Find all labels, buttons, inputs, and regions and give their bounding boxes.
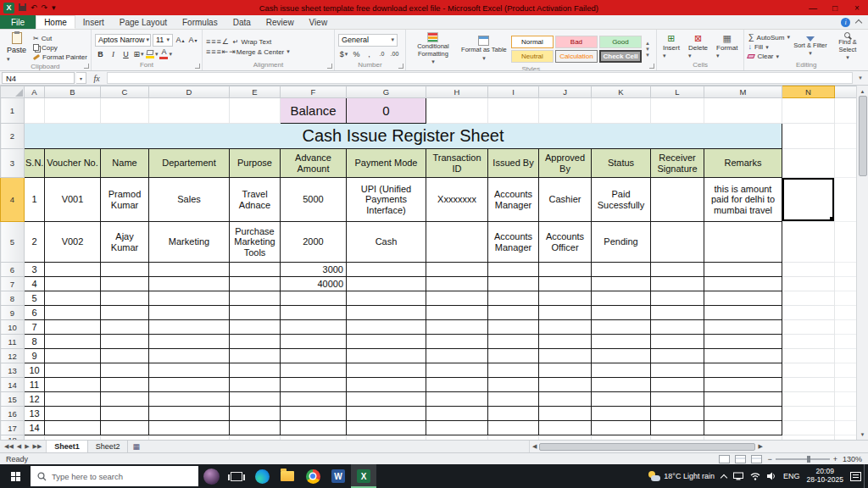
cell-K8[interactable] xyxy=(592,291,651,306)
insert-worksheet-icon[interactable]: ▦ xyxy=(128,441,144,452)
bold-button[interactable]: B xyxy=(95,48,106,60)
cell-I10[interactable] xyxy=(488,320,539,335)
cell-C17[interactable] xyxy=(101,421,149,435)
percent-style-button[interactable]: % xyxy=(351,48,362,60)
cell-E16[interactable] xyxy=(230,407,281,421)
cell-G9[interactable] xyxy=(347,306,426,320)
fill-color-button[interactable]: ▾ xyxy=(146,48,159,60)
cell-K10[interactable] xyxy=(592,320,651,335)
action-center-icon[interactable] xyxy=(850,472,861,481)
cell-A3[interactable]: S.N. xyxy=(25,149,45,178)
cell-N17[interactable] xyxy=(782,421,835,435)
cell-I3[interactable]: Issued By xyxy=(488,149,539,178)
cell-N5[interactable] xyxy=(782,222,835,263)
comma-style-button[interactable]: , xyxy=(364,48,375,60)
cell-H7[interactable] xyxy=(426,277,488,291)
cell-D4[interactable]: Sales xyxy=(149,178,230,222)
cell-L14[interactable] xyxy=(651,378,704,392)
cell-C8[interactable] xyxy=(101,291,149,306)
cell-C11[interactable] xyxy=(101,335,149,349)
cell-L13[interactable] xyxy=(651,363,704,378)
cell-K6[interactable] xyxy=(592,263,651,277)
cell-J6[interactable] xyxy=(539,263,592,277)
italic-button[interactable]: I xyxy=(108,48,119,60)
cell-I1[interactable] xyxy=(488,98,539,124)
cell-B10[interactable] xyxy=(45,320,101,335)
cell-B13[interactable] xyxy=(45,363,101,378)
cell-L12[interactable] xyxy=(651,349,704,363)
column-header-G[interactable]: G xyxy=(347,86,426,98)
cell-B7[interactable] xyxy=(45,277,101,291)
cell-D12[interactable] xyxy=(149,349,230,363)
name-box-dropdown-icon[interactable]: ▾ xyxy=(76,72,86,84)
cell-E3[interactable]: Purpose xyxy=(230,149,281,178)
cell-J1[interactable] xyxy=(539,98,592,124)
cell-H12[interactable] xyxy=(426,349,488,363)
cell-G7[interactable] xyxy=(347,277,426,291)
gallery-down-icon[interactable]: ▼ xyxy=(645,47,650,52)
cell-F1[interactable]: Balance xyxy=(281,98,347,124)
scroll-left-icon[interactable]: ◀ xyxy=(532,443,537,450)
cell-K9[interactable] xyxy=(592,306,651,320)
cell-G16[interactable] xyxy=(347,407,426,421)
vertical-scroll-thumb[interactable] xyxy=(859,96,867,176)
tab-file[interactable]: File xyxy=(0,15,36,29)
column-header-A[interactable]: A xyxy=(25,86,45,98)
cell-G15[interactable] xyxy=(347,392,426,407)
cell-D8[interactable] xyxy=(149,291,230,306)
zoom-slider-thumb[interactable] xyxy=(807,456,810,463)
cell-G4[interactable]: UPI (Unified Payments Interface) xyxy=(347,178,426,222)
cell-K13[interactable] xyxy=(592,363,651,378)
cell-C15[interactable] xyxy=(101,392,149,407)
row-header-3[interactable]: 3 xyxy=(1,149,25,178)
taskbar-avatar[interactable] xyxy=(198,464,224,488)
cell-A1[interactable] xyxy=(25,98,45,124)
cell-F6[interactable]: 3000 xyxy=(281,263,347,277)
increase-decimal-button[interactable]: .0 xyxy=(376,48,387,60)
select-all-button[interactable] xyxy=(1,86,25,98)
cut-button[interactable]: ✂Cut xyxy=(33,35,87,42)
cell-C5[interactable]: Ajay Kumar xyxy=(101,222,149,263)
row-header-7[interactable]: 7 xyxy=(1,277,25,291)
cell-E17[interactable] xyxy=(230,421,281,435)
cell-H6[interactable] xyxy=(426,263,488,277)
taskbar-search-input[interactable]: Type here to search xyxy=(31,466,198,486)
row-header-4[interactable]: 4 xyxy=(1,178,25,222)
horizontal-scroll-thumb[interactable] xyxy=(539,443,755,451)
cell-G17[interactable] xyxy=(347,421,426,435)
number-format-select[interactable]: General▾ xyxy=(338,34,398,47)
cell-L11[interactable] xyxy=(651,335,704,349)
sheet-tab-sheet1[interactable]: Sheet1 xyxy=(47,441,88,452)
cell-H8[interactable] xyxy=(426,291,488,306)
cell-L9[interactable] xyxy=(651,306,704,320)
cell-H1[interactable] xyxy=(426,98,488,124)
next-sheet-icon[interactable]: ▶ xyxy=(25,443,29,450)
align-top-icon[interactable]: ≡ xyxy=(206,37,209,46)
column-header-I[interactable]: I xyxy=(488,86,539,98)
cell-N2[interactable] xyxy=(782,124,835,149)
normal-view-icon[interactable] xyxy=(719,455,730,463)
cell-M11[interactable] xyxy=(704,335,782,349)
cell-J12[interactable] xyxy=(539,349,592,363)
cell-K17[interactable] xyxy=(592,421,651,435)
cell-G14[interactable] xyxy=(347,378,426,392)
row-header-6[interactable]: 6 xyxy=(1,263,25,277)
cell-A7[interactable]: 4 xyxy=(25,277,45,291)
row-header-12[interactable]: 12 xyxy=(1,349,25,363)
cell-F9[interactable] xyxy=(281,306,347,320)
cell-I15[interactable] xyxy=(488,392,539,407)
paste-button[interactable]: Paste ▾ xyxy=(3,32,30,63)
cell-C1[interactable] xyxy=(101,98,149,124)
tab-home[interactable]: Home xyxy=(36,15,75,29)
cell-J17[interactable] xyxy=(539,421,592,435)
cell-C14[interactable] xyxy=(101,378,149,392)
cell-C3[interactable]: Name xyxy=(101,149,149,178)
cell-F14[interactable] xyxy=(281,378,347,392)
cell-E9[interactable] xyxy=(230,306,281,320)
cell-E15[interactable] xyxy=(230,392,281,407)
cell-I8[interactable] xyxy=(488,291,539,306)
cell-D6[interactable] xyxy=(149,263,230,277)
cell-A9[interactable]: 6 xyxy=(25,306,45,320)
cell-F16[interactable] xyxy=(281,407,347,421)
cell-A5[interactable]: 2 xyxy=(25,222,45,263)
